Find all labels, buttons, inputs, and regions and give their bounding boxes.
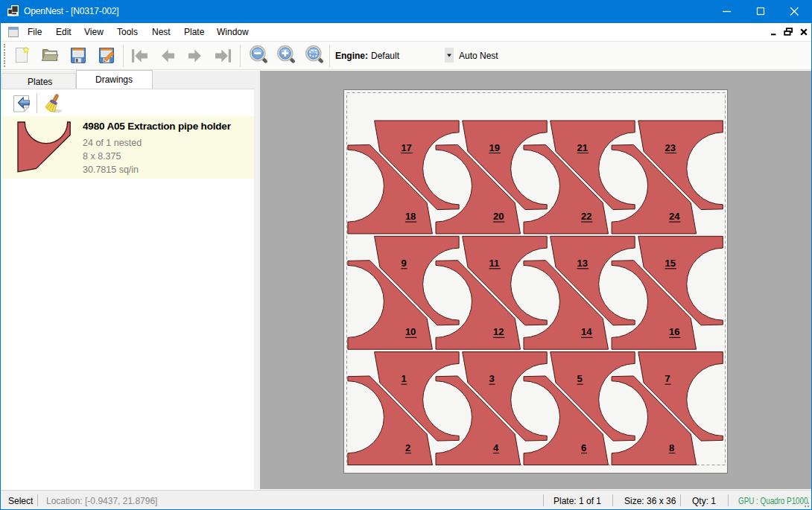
svg-text:11: 11	[489, 258, 500, 269]
svg-text:22: 22	[581, 211, 591, 222]
svg-text:1: 1	[401, 373, 406, 384]
svg-text:20: 20	[493, 211, 504, 222]
svg-text:10: 10	[405, 326, 416, 337]
svg-text:14: 14	[581, 326, 592, 337]
svg-text:13: 13	[577, 258, 588, 269]
svg-text:21: 21	[577, 142, 588, 153]
svg-text:23: 23	[665, 142, 676, 153]
svg-text:8: 8	[669, 442, 674, 453]
svg-text:7: 7	[665, 373, 670, 384]
svg-text:3: 3	[489, 373, 495, 384]
svg-text:24: 24	[669, 211, 680, 222]
svg-text:15: 15	[665, 258, 676, 269]
svg-text:2: 2	[405, 442, 410, 453]
svg-text:5: 5	[577, 373, 583, 384]
svg-text:18: 18	[405, 211, 416, 222]
svg-text:19: 19	[489, 142, 500, 153]
svg-text:16: 16	[669, 326, 679, 337]
svg-text:17: 17	[401, 142, 411, 153]
svg-text:12: 12	[493, 326, 504, 337]
svg-text:6: 6	[581, 442, 586, 453]
svg-text:9: 9	[401, 258, 406, 269]
svg-text:4: 4	[493, 442, 499, 453]
